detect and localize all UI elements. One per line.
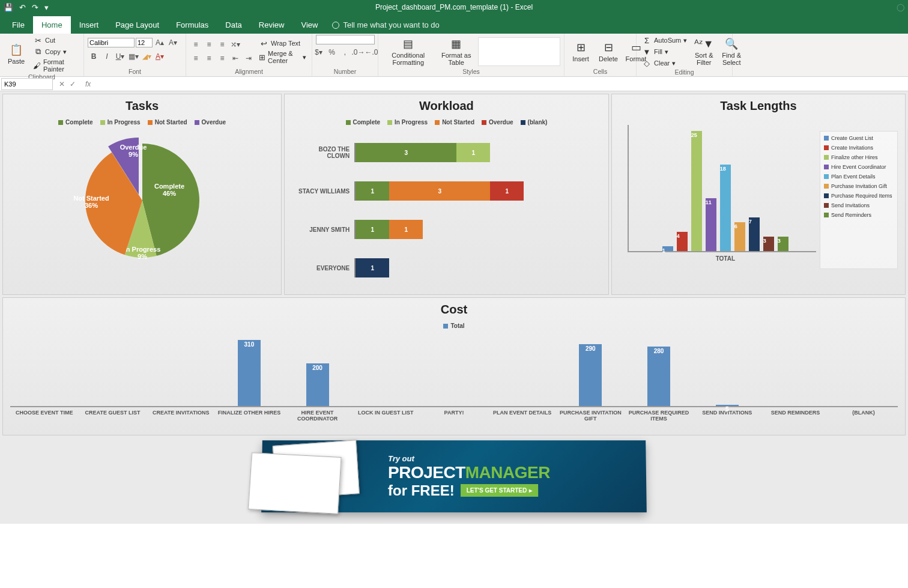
copy-button[interactable]: ⧉Copy ▾ [31, 46, 80, 57]
align-center-icon[interactable]: ≡ [203, 52, 215, 64]
lightbulb-icon [332, 22, 339, 29]
alignment-label: Alignment [190, 68, 308, 76]
tab-review[interactable]: Review [250, 16, 293, 34]
comma-icon[interactable]: , [339, 46, 351, 58]
clear-button[interactable]: ◇Clear ▾ [640, 58, 689, 68]
promo-screenshots [237, 437, 376, 515]
workload-row: STACY WILLIAMS131 [294, 176, 586, 206]
font-color-button[interactable]: A▾ [154, 50, 166, 62]
insert-cells-button[interactable]: ⊞Insert [568, 40, 593, 64]
number-label: Number [316, 68, 374, 76]
fill-color-button[interactable]: ◢▾ [141, 50, 153, 62]
ribbon-tabs: FileHomeInsertPage LayoutFormulasDataRev… [0, 14, 908, 34]
format-painter-button[interactable]: 🖌Format Painter [31, 58, 80, 73]
length-bar: 7 [748, 217, 760, 251]
lengths-panel[interactable]: Task Lengths 142511186733TOTAL Create Gu… [611, 94, 906, 295]
length-bar: 4 [676, 232, 688, 251]
workload-row-label: JENNY SMITH [294, 226, 354, 233]
enter-formula-icon[interactable]: ✓ [70, 80, 76, 88]
arrow-right-icon: ▸ [529, 487, 532, 494]
group-editing: ΣAutoSum ▾ ▼Fill ▾ ◇Clear ▾ ᴬᶻ▼Sort & Fi… [637, 34, 733, 76]
formula-bar: ✕ ✓ fx [0, 77, 908, 91]
legend-swatch [195, 120, 199, 125]
table-icon: ▦ [450, 37, 463, 50]
tab-page-layout[interactable]: Page Layout [107, 16, 168, 34]
currency-icon[interactable]: $▾ [313, 46, 325, 58]
redo-icon[interactable]: ↷ [32, 3, 38, 12]
paste-button[interactable]: 📋 Paste [4, 42, 29, 66]
inc-decimal-icon[interactable]: .0→ [353, 46, 365, 58]
workload-panel[interactable]: Workload CompleteIn ProgressNot StartedO… [284, 94, 608, 295]
save-icon[interactable]: 💾 [4, 3, 13, 12]
formula-input[interactable] [91, 78, 908, 90]
increase-font-icon[interactable]: A▴ [154, 37, 166, 49]
font-size-select[interactable] [136, 38, 153, 47]
align-middle-icon[interactable]: ≡ [203, 38, 215, 50]
lengths-chart: 142511186733TOTAL [628, 125, 816, 252]
align-top-icon[interactable]: ≡ [190, 38, 202, 50]
find-select-button[interactable]: 🔍Find & Select [719, 36, 744, 67]
length-legend-item: Finalize other Hires [824, 154, 894, 160]
dec-decimal-icon[interactable]: ←.0 [366, 46, 378, 58]
tasks-panel[interactable]: Tasks CompleteIn ProgressNot StartedOver… [2, 94, 282, 295]
tab-data[interactable]: Data [217, 16, 250, 34]
window-title: Project_dashboard_PM.com_template (1) - … [375, 3, 533, 11]
tab-home[interactable]: Home [33, 16, 71, 34]
orientation-icon[interactable]: ⤭▾ [229, 38, 241, 50]
percent-icon[interactable]: % [326, 46, 338, 58]
length-legend-item: Send Reminders [824, 212, 894, 218]
tab-file[interactable]: File [4, 16, 33, 34]
titlebar: 💾 ↶ ↷ ▾ Project_dashboard_PM.com_templat… [0, 0, 908, 14]
tab-view[interactable]: View [292, 16, 326, 34]
cut-button[interactable]: ✂Cut [31, 35, 80, 46]
length-bar: 11 [705, 198, 717, 251]
length-bar: 3 [777, 237, 789, 251]
underline-button[interactable]: U▾ [114, 50, 126, 62]
undo-icon[interactable]: ↶ [19, 3, 26, 12]
tab-insert[interactable]: Insert [71, 16, 107, 34]
qat-dropdown-icon[interactable]: ▾ [44, 3, 49, 12]
cost-column: 280 [625, 347, 693, 406]
indent-dec-icon[interactable]: ⇤ [229, 52, 241, 64]
align-bottom-icon[interactable]: ≡ [216, 38, 228, 50]
tell-me[interactable]: Tell me what you want to do [332, 20, 439, 34]
group-number: $▾ % , .0→ ←.0 Number [312, 34, 378, 76]
decrease-font-icon[interactable]: A▾ [167, 37, 179, 49]
help-icon[interactable]: ◯ [897, 3, 904, 11]
border-button[interactable]: ▦▾ [127, 50, 139, 62]
cost-panel[interactable]: Cost Total 3102002902805 CHOOSE EVENT TI… [2, 297, 906, 435]
format-as-table-button[interactable]: ▦ Format as Table [437, 36, 476, 67]
italic-button[interactable]: I [101, 50, 113, 62]
delete-cells-button[interactable]: ⊟Delete [596, 40, 621, 64]
fill-button[interactable]: ▼Fill ▾ [640, 46, 689, 57]
legend-item: In Progress [387, 119, 428, 126]
number-format-select[interactable] [316, 35, 375, 44]
cell-styles-gallery[interactable] [478, 37, 560, 66]
bold-button[interactable]: B [88, 50, 100, 62]
cancel-formula-icon[interactable]: ✕ [59, 80, 65, 88]
autosum-button[interactable]: ΣAutoSum ▾ [640, 35, 689, 46]
sigma-icon: Σ [642, 35, 652, 45]
conditional-formatting-button[interactable]: ▤ Conditional Formatting [382, 36, 434, 67]
align-right-icon[interactable]: ≡ [216, 52, 228, 64]
tell-me-label: Tell me what you want to do [343, 20, 439, 29]
tab-formulas[interactable]: Formulas [168, 16, 217, 34]
sort-filter-button[interactable]: ᴬᶻ▼Sort & Filter [691, 36, 716, 67]
fx-label[interactable]: fx [82, 80, 91, 88]
length-bar: 1 [662, 246, 674, 251]
name-box[interactable] [1, 78, 53, 90]
align-left-icon[interactable]: ≡ [190, 52, 202, 64]
cells-label: Cells [568, 68, 632, 76]
length-bar: 18 [719, 165, 731, 251]
cost-legend: Total [10, 323, 898, 329]
insert-icon: ⊞ [574, 41, 587, 54]
promo-banner[interactable]: Try out PROJECTMANAGER for FREE! LET'S G… [2, 440, 906, 512]
cost-label: CREATE GUEST LIST [79, 407, 147, 422]
font-name-select[interactable] [88, 38, 135, 47]
merge-center-button[interactable]: ⊞Merge & Center ▾ [257, 49, 308, 65]
indent-inc-icon[interactable]: ⇥ [243, 52, 255, 64]
wrap-text-button[interactable]: ↩Wrap Text [257, 38, 308, 49]
get-started-button[interactable]: LET'S GET STARTED ▸ [461, 484, 539, 497]
window-controls: ◯ [897, 3, 904, 11]
cut-icon: ✂ [33, 35, 43, 45]
